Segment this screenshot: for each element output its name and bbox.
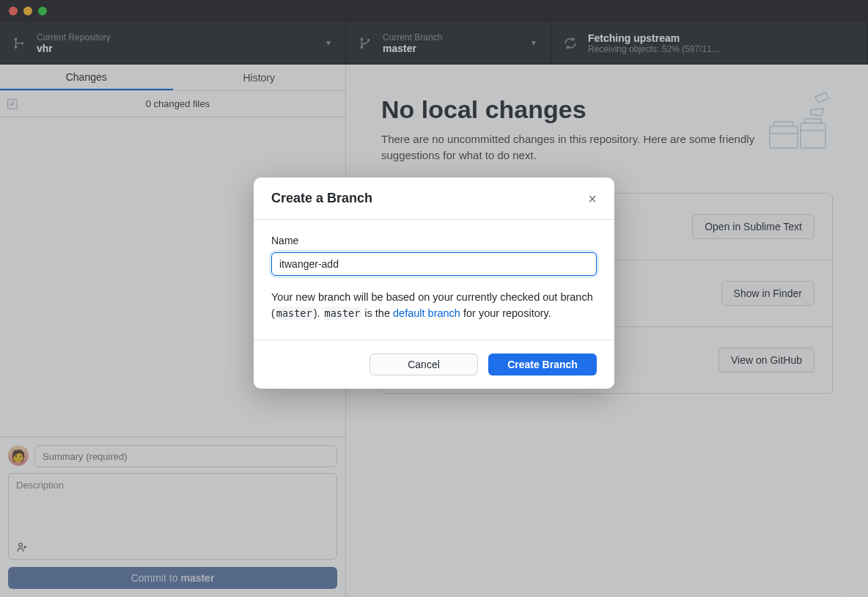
help-text-post: for your repository. [460, 307, 551, 319]
help-text-isthe: is the [361, 307, 393, 319]
modal-overlay[interactable]: Create a Branch × Name Your new branch w… [0, 0, 868, 597]
help-code-branch: master [323, 307, 362, 320]
dialog-help-text: Your new branch will be based on your cu… [271, 289, 597, 322]
close-icon[interactable]: × [588, 191, 597, 206]
help-text-mid: ). [314, 307, 323, 319]
branch-name-input[interactable] [271, 252, 597, 276]
dialog-title: Create a Branch [271, 191, 372, 206]
cancel-button[interactable]: Cancel [369, 354, 478, 376]
help-code-branch: master [275, 307, 314, 320]
name-label: Name [271, 235, 597, 246]
watermark: @61CTO... [826, 587, 864, 596]
default-branch-link[interactable]: default branch [393, 307, 460, 319]
create-branch-dialog: Create a Branch × Name Your new branch w… [254, 177, 614, 389]
create-branch-button[interactable]: Create Branch [488, 354, 597, 376]
